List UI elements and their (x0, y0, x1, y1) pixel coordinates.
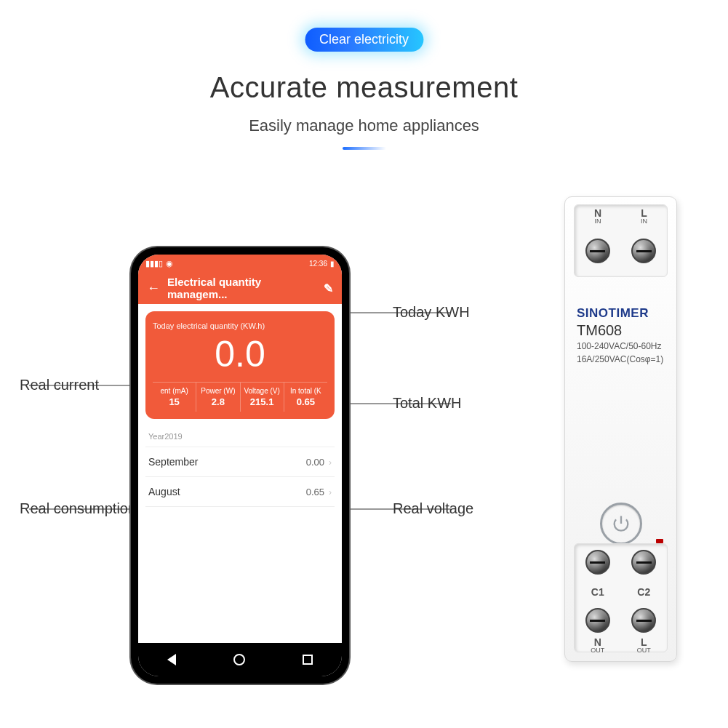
stat-voltage: Voltage (V) 215.1 (241, 382, 284, 412)
terminal-top: NIN LIN (574, 204, 668, 277)
signal-icon: ▮▮▮▯ (145, 259, 163, 268)
phone-screen: ▮▮▮▯ ◉ 12:36 ▮ ← Electrical quantity man… (138, 255, 342, 676)
status-bar: ▮▮▮▯ ◉ 12:36 ▮ (138, 255, 342, 272)
device-spec-1: 100-240VAC/50-60Hz (577, 340, 665, 352)
status-time: 12:36 (309, 260, 327, 268)
label-total-kwh: Total KWH (393, 395, 461, 412)
history-list: Year2019 September 0.00› August 0.65› (145, 426, 335, 507)
device-brand: SINOTIMER (577, 306, 665, 321)
row-value: 0.65 (306, 487, 324, 497)
stat-power-label: Power (W) (201, 387, 235, 395)
screw-icon (585, 608, 610, 633)
nav-home-icon[interactable] (233, 654, 245, 665)
device-module: NIN LIN SINOTIMER TM608 100-240VAC/50-60… (564, 196, 677, 662)
terminal-n-in: NIN (594, 208, 601, 225)
power-button[interactable] (600, 503, 642, 545)
subtitle-underline (343, 147, 386, 150)
battery-icon: ▮ (330, 260, 335, 268)
screw-icon (631, 239, 656, 263)
edit-icon[interactable]: ✎ (324, 281, 333, 295)
terminal-c1: C1 (591, 586, 604, 598)
label-today-kwh: Today KWH (393, 304, 470, 321)
chevron-right-icon: › (329, 457, 332, 468)
list-row-august[interactable]: August 0.65› (145, 477, 335, 507)
stats-row: ent (mA) 15 Power (W) 2.8 Voltage (V) 21… (153, 382, 327, 412)
screw-icon (585, 550, 610, 575)
app-bar: ← Electrical quantity managem... ✎ (138, 272, 342, 304)
power-icon (611, 513, 631, 534)
screw-icon (631, 608, 656, 633)
list-row-september[interactable]: September 0.00› (145, 447, 335, 477)
history-header: Year2019 (145, 426, 335, 447)
stat-current-value: 15 (154, 396, 194, 407)
stat-total-value: 0.65 (286, 396, 326, 407)
terminal-n-out: NOUT (591, 637, 604, 654)
page-subtitle: Easily manage home appliances (249, 116, 479, 135)
page-title: Accurate measurement (210, 71, 519, 104)
wifi-icon: ◉ (166, 259, 173, 268)
device-spec-2: 16A/250VAC(Cosφ=1) (577, 353, 665, 365)
terminal-l-out: LOUT (637, 637, 651, 654)
chevron-right-icon: › (329, 487, 332, 497)
app-title: Electrical quantity managem... (167, 276, 309, 300)
feature-pill: Clear electricity (305, 28, 423, 52)
row-label: August (148, 486, 180, 497)
label-real-consumption: Real consumption (20, 500, 136, 517)
label-real-current: Real current (20, 377, 99, 393)
stat-power-value: 2.8 (198, 396, 238, 407)
phone-mockup: ▮▮▮▯ ◉ 12:36 ▮ ← Electrical quantity man… (131, 247, 349, 684)
stat-current: ent (mA) 15 (153, 382, 196, 412)
back-icon[interactable]: ← (147, 281, 160, 296)
screw-icon (585, 239, 610, 263)
row-value: 0.00 (306, 457, 324, 468)
device-label-area: SINOTIMER TM608 100-240VAC/50-60Hz 16A/2… (577, 306, 665, 365)
nav-back-icon[interactable] (167, 654, 176, 665)
screw-icon (631, 550, 656, 575)
device-model: TM608 (577, 322, 665, 339)
terminal-bottom: C1 C2 NOUT LOUT (574, 543, 668, 652)
android-navbar (138, 643, 342, 676)
stat-voltage-label: Voltage (V) (244, 387, 279, 395)
terminal-l-in: LIN (641, 208, 647, 225)
nav-recent-icon[interactable] (303, 655, 313, 665)
terminal-c2: C2 (637, 586, 650, 598)
today-card: Today electrical quantity (KW.h) 0.0 ent… (145, 311, 335, 419)
label-real-voltage: Real voltage (393, 500, 473, 517)
row-label: September (148, 456, 198, 468)
today-card-value: 0.0 (153, 335, 327, 375)
stat-current-label: ent (mA) (160, 387, 188, 395)
today-card-label: Today electrical quantity (KW.h) (153, 321, 327, 330)
stat-power: Power (W) 2.8 (196, 382, 240, 412)
stat-total: In total (K 0.65 (284, 382, 327, 412)
stat-total-label: In total (K (290, 387, 321, 395)
stat-voltage-value: 215.1 (242, 396, 282, 407)
